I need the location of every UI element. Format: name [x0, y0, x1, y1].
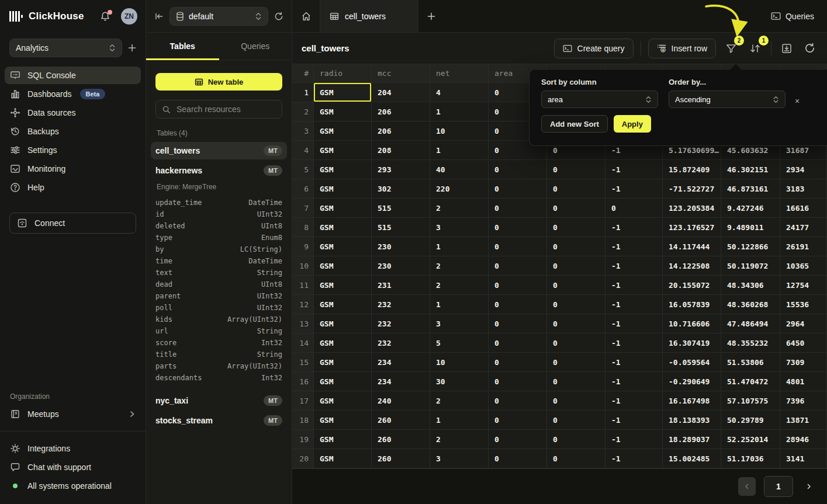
add-new-sort-button[interactable]: Add new Sort — [541, 115, 608, 133]
data-cell[interactable]: 234 — [372, 353, 430, 372]
data-cell[interactable]: GSM — [314, 411, 372, 430]
data-cell[interactable]: 1 — [430, 237, 489, 256]
data-cell[interactable]: 2 — [430, 256, 489, 276]
data-cell[interactable]: 2 — [430, 199, 489, 218]
data-cell[interactable]: 12754 — [780, 276, 827, 295]
data-cell[interactable]: 0 — [489, 449, 547, 468]
column-header[interactable]: net — [430, 64, 489, 83]
data-cell[interactable]: 0 — [547, 353, 605, 372]
data-cell[interactable]: -1 — [605, 449, 663, 468]
data-cell[interactable]: GSM — [314, 430, 372, 449]
data-cell[interactable]: 26191 — [780, 237, 827, 256]
table-item-cell-towers[interactable]: cell_towers MT — [151, 142, 287, 159]
data-cell[interactable]: 16.307419 — [663, 333, 721, 353]
data-cell[interactable]: 515 — [372, 218, 430, 237]
data-cell[interactable]: -1 — [605, 276, 663, 295]
data-cell[interactable]: 2 — [430, 391, 489, 411]
table-item-stocks-stream[interactable]: stocks_stream MT — [151, 412, 287, 429]
data-cell[interactable]: -71.522727 — [663, 179, 721, 199]
collapse-panel-icon[interactable] — [154, 12, 164, 21]
sidebar-item-dashboards[interactable]: Dashboards Beta — [5, 85, 141, 103]
data-cell[interactable]: 0 — [489, 314, 547, 333]
data-cell[interactable]: 0 — [547, 314, 605, 333]
sort-order-select[interactable]: Ascending — [669, 91, 786, 108]
data-cell[interactable]: 0 — [489, 160, 547, 179]
data-cell[interactable]: 48.360268 — [721, 295, 780, 314]
data-cell[interactable]: 6450 — [780, 333, 827, 353]
data-cell[interactable]: -1 — [605, 295, 663, 314]
data-cell[interactable]: 0 — [547, 391, 605, 411]
data-cell[interactable]: 0 — [547, 160, 605, 179]
data-cell[interactable]: 0 — [489, 372, 547, 391]
data-cell[interactable]: 46.873161 — [721, 179, 780, 199]
data-cell[interactable]: -1 — [605, 179, 663, 199]
sidebar-item-monitoring[interactable]: Monitoring — [5, 160, 141, 178]
data-cell[interactable]: 0 — [605, 199, 663, 218]
data-cell[interactable]: 234 — [372, 372, 430, 391]
data-cell[interactable]: 30 — [430, 372, 489, 391]
data-cell[interactable]: 4801 — [780, 372, 827, 391]
sort-icon[interactable]: 1 — [746, 40, 764, 57]
new-table-button[interactable]: New table — [155, 73, 282, 91]
data-cell[interactable]: GSM — [314, 256, 372, 276]
prev-page-button[interactable] — [738, 477, 756, 496]
data-cell[interactable]: 123.176527 — [663, 218, 721, 237]
data-cell[interactable]: 0 — [547, 372, 605, 391]
data-cell[interactable]: 260 — [372, 449, 430, 468]
data-cell[interactable]: 10.716606 — [663, 314, 721, 333]
remove-sort-icon[interactable]: × — [795, 96, 800, 106]
data-cell[interactable]: 1 — [430, 102, 489, 121]
refresh-tables-icon[interactable] — [274, 12, 283, 21]
data-cell[interactable]: 230 — [372, 237, 430, 256]
data-cell[interactable]: 0 — [547, 333, 605, 353]
refresh-icon[interactable] — [802, 40, 818, 56]
data-cell[interactable]: GSM — [314, 141, 372, 160]
data-cell[interactable]: 0 — [547, 179, 605, 199]
data-cell[interactable]: 0 — [489, 411, 547, 430]
data-cell[interactable]: -1 — [605, 333, 663, 353]
filter-icon[interactable]: 2 — [723, 40, 739, 57]
insert-row-button[interactable]: Insert row — [648, 39, 716, 58]
data-cell[interactable]: 2964 — [780, 314, 827, 333]
data-cell[interactable]: 206 — [372, 102, 430, 121]
data-cell[interactable]: GSM — [314, 391, 372, 411]
apply-sort-button[interactable]: Apply — [614, 115, 651, 133]
data-cell[interactable]: 3 — [430, 218, 489, 237]
data-cell[interactable]: 0 — [547, 411, 605, 430]
queries-button[interactable]: Queries — [758, 0, 827, 32]
data-cell[interactable]: 220 — [430, 179, 489, 199]
data-cell[interactable]: 7309 — [780, 353, 827, 372]
data-cell[interactable]: 302 — [372, 179, 430, 199]
create-query-button[interactable]: Create query — [554, 39, 634, 58]
data-cell[interactable]: 50.122866 — [721, 237, 780, 256]
column-header[interactable]: mcc — [372, 64, 430, 83]
download-icon[interactable] — [778, 40, 795, 57]
data-cell[interactable]: GSM — [314, 353, 372, 372]
data-cell[interactable]: 16.167498 — [663, 391, 721, 411]
sidebar-item-meetups[interactable]: Meetups — [5, 405, 141, 423]
data-cell[interactable]: -1 — [605, 353, 663, 372]
data-cell[interactable]: 0 — [489, 179, 547, 199]
data-cell[interactable]: 0 — [489, 430, 547, 449]
sidebar-item-sql-console[interactable]: SQL Console — [5, 67, 141, 84]
data-cell[interactable]: 10 — [430, 353, 489, 372]
data-cell[interactable]: -1 — [605, 430, 663, 449]
data-cell[interactable]: 1 — [430, 141, 489, 160]
data-cell[interactable]: 18.289037 — [663, 430, 721, 449]
data-cell[interactable]: 0 — [547, 218, 605, 237]
data-cell[interactable]: 231 — [372, 276, 430, 295]
data-cell[interactable]: 208 — [372, 141, 430, 160]
data-cell[interactable]: 16616 — [780, 199, 827, 218]
data-cell[interactable]: GSM — [314, 179, 372, 199]
data-cell[interactable]: 4 — [430, 83, 489, 102]
data-cell[interactable]: 3 — [430, 449, 489, 468]
data-cell[interactable]: GSM — [314, 333, 372, 353]
data-cell[interactable]: GSM — [314, 218, 372, 237]
home-tab[interactable] — [292, 0, 320, 32]
data-cell[interactable]: 293 — [372, 160, 430, 179]
data-cell[interactable]: 3 — [430, 314, 489, 333]
next-page-button[interactable] — [801, 477, 816, 496]
data-cell[interactable]: 232 — [372, 295, 430, 314]
data-cell[interactable]: -1 — [605, 160, 663, 179]
data-cell[interactable]: -1 — [605, 218, 663, 237]
